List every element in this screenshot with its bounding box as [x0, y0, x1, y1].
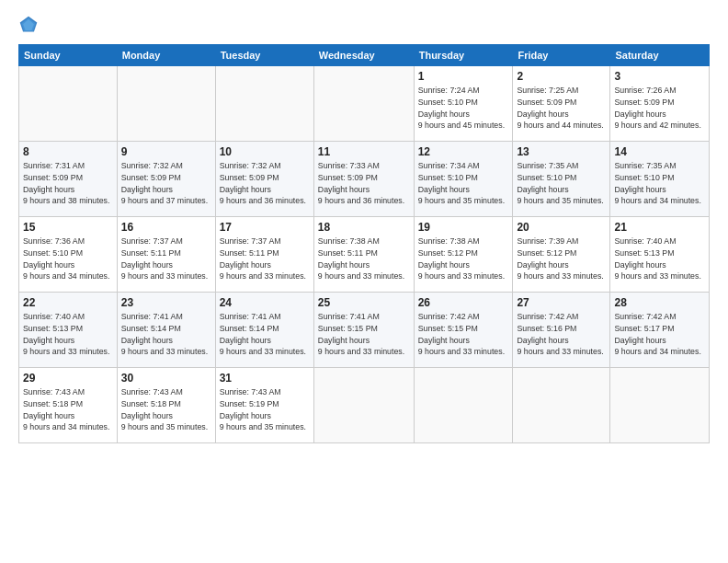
day-info: Sunrise: 7:36 AM Sunset: 5:10 PM Dayligh… — [23, 236, 113, 282]
day-number: 2 — [517, 70, 606, 83]
day-info: Sunrise: 7:31 AM Sunset: 5:09 PM Dayligh… — [23, 160, 113, 207]
day-number: 29 — [23, 372, 113, 385]
calendar-cell: 10 Sunrise: 7:32 AM Sunset: 5:09 PM Dayl… — [215, 142, 313, 217]
day-number: 26 — [418, 296, 509, 309]
day-info: Sunrise: 7:40 AM Sunset: 5:13 PM Dayligh… — [614, 236, 705, 282]
calendar-cell: 2 Sunrise: 7:25 AM Sunset: 5:09 PM Dayli… — [513, 66, 610, 142]
day-info: Sunrise: 7:34 AM Sunset: 5:10 PM Dayligh… — [418, 160, 509, 207]
calendar-cell — [117, 66, 215, 142]
calendar-cell — [215, 66, 313, 142]
week-row-3: 15 Sunrise: 7:36 AM Sunset: 5:10 PM Dayl… — [19, 217, 710, 293]
calendar-cell: 31 Sunrise: 7:43 AM Sunset: 5:19 PM Dayl… — [215, 368, 313, 443]
day-number: 12 — [418, 145, 509, 158]
calendar-cell: 19 Sunrise: 7:38 AM Sunset: 5:12 PM Dayl… — [414, 217, 513, 293]
calendar-cell: 26 Sunrise: 7:42 AM Sunset: 5:15 PM Dayl… — [414, 293, 513, 368]
day-info: Sunrise: 7:32 AM Sunset: 5:09 PM Dayligh… — [121, 160, 211, 207]
week-row-4: 22 Sunrise: 7:40 AM Sunset: 5:13 PM Dayl… — [19, 293, 710, 368]
calendar-cell — [610, 368, 710, 443]
col-header-thursday: Thursday — [414, 45, 513, 66]
week-row-2: 8 Sunrise: 7:31 AM Sunset: 5:09 PM Dayli… — [19, 142, 710, 217]
week-row-1: 1 Sunrise: 7:24 AM Sunset: 5:10 PM Dayli… — [19, 66, 710, 142]
day-number: 24 — [220, 296, 310, 309]
calendar-cell — [414, 368, 513, 443]
day-info: Sunrise: 7:38 AM Sunset: 5:12 PM Dayligh… — [418, 236, 509, 282]
day-number: 8 — [23, 145, 113, 158]
day-number: 16 — [121, 221, 211, 234]
day-number: 22 — [23, 296, 113, 309]
day-number: 21 — [614, 221, 705, 234]
day-number: 14 — [614, 145, 705, 158]
col-header-monday: Monday — [117, 45, 215, 66]
day-info: Sunrise: 7:42 AM Sunset: 5:15 PM Dayligh… — [418, 311, 509, 358]
calendar-cell: 16 Sunrise: 7:37 AM Sunset: 5:11 PM Dayl… — [117, 217, 215, 293]
calendar-cell — [19, 66, 118, 142]
calendar-cell: 25 Sunrise: 7:41 AM Sunset: 5:15 PM Dayl… — [313, 293, 414, 368]
header — [18, 15, 710, 35]
day-number: 28 — [614, 296, 705, 309]
calendar-cell: 3 Sunrise: 7:26 AM Sunset: 5:09 PM Dayli… — [610, 66, 710, 142]
day-number: 23 — [121, 296, 211, 309]
day-info: Sunrise: 7:38 AM Sunset: 5:11 PM Dayligh… — [318, 236, 410, 282]
day-info: Sunrise: 7:25 AM Sunset: 5:09 PM Dayligh… — [517, 85, 606, 132]
calendar-cell: 28 Sunrise: 7:42 AM Sunset: 5:17 PM Dayl… — [610, 293, 710, 368]
col-header-friday: Friday — [513, 45, 610, 66]
day-info: Sunrise: 7:26 AM Sunset: 5:09 PM Dayligh… — [614, 85, 705, 132]
day-number: 31 — [220, 372, 310, 385]
calendar-cell: 14 Sunrise: 7:35 AM Sunset: 5:10 PM Dayl… — [610, 142, 710, 217]
day-number: 13 — [517, 145, 606, 158]
logo — [18, 15, 42, 35]
day-info: Sunrise: 7:41 AM Sunset: 5:15 PM Dayligh… — [318, 311, 410, 358]
day-number: 18 — [318, 221, 410, 234]
calendar-cell: 21 Sunrise: 7:40 AM Sunset: 5:13 PM Dayl… — [610, 217, 710, 293]
day-info: Sunrise: 7:35 AM Sunset: 5:10 PM Dayligh… — [614, 160, 705, 207]
calendar-cell: 11 Sunrise: 7:33 AM Sunset: 5:09 PM Dayl… — [313, 142, 414, 217]
day-info: Sunrise: 7:33 AM Sunset: 5:09 PM Dayligh… — [318, 160, 410, 207]
day-number: 15 — [23, 221, 113, 234]
day-info: Sunrise: 7:37 AM Sunset: 5:11 PM Dayligh… — [220, 236, 310, 282]
calendar-cell: 30 Sunrise: 7:43 AM Sunset: 5:18 PM Dayl… — [117, 368, 215, 443]
week-row-5: 29 Sunrise: 7:43 AM Sunset: 5:18 PM Dayl… — [19, 368, 710, 443]
calendar-cell: 9 Sunrise: 7:32 AM Sunset: 5:09 PM Dayli… — [117, 142, 215, 217]
day-number: 30 — [121, 372, 211, 385]
calendar-cell: 12 Sunrise: 7:34 AM Sunset: 5:10 PM Dayl… — [414, 142, 513, 217]
col-header-sunday: Sunday — [19, 45, 118, 66]
day-info: Sunrise: 7:37 AM Sunset: 5:11 PM Dayligh… — [121, 236, 211, 282]
day-number: 11 — [318, 145, 410, 158]
calendar-cell: 22 Sunrise: 7:40 AM Sunset: 5:13 PM Dayl… — [19, 293, 118, 368]
day-info: Sunrise: 7:43 AM Sunset: 5:18 PM Dayligh… — [23, 386, 113, 433]
calendar-cell: 24 Sunrise: 7:41 AM Sunset: 5:14 PM Dayl… — [215, 293, 313, 368]
day-number: 20 — [517, 221, 606, 234]
calendar-cell — [313, 368, 414, 443]
col-header-tuesday: Tuesday — [215, 45, 313, 66]
day-info: Sunrise: 7:32 AM Sunset: 5:09 PM Dayligh… — [220, 160, 310, 207]
calendar-cell: 27 Sunrise: 7:42 AM Sunset: 5:16 PM Dayl… — [513, 293, 610, 368]
day-info: Sunrise: 7:41 AM Sunset: 5:14 PM Dayligh… — [220, 311, 310, 358]
calendar-cell: 15 Sunrise: 7:36 AM Sunset: 5:10 PM Dayl… — [19, 217, 118, 293]
day-info: Sunrise: 7:39 AM Sunset: 5:12 PM Dayligh… — [517, 236, 606, 282]
calendar-cell: 13 Sunrise: 7:35 AM Sunset: 5:10 PM Dayl… — [513, 142, 610, 217]
day-info: Sunrise: 7:43 AM Sunset: 5:18 PM Dayligh… — [121, 386, 211, 433]
calendar-cell: 29 Sunrise: 7:43 AM Sunset: 5:18 PM Dayl… — [19, 368, 118, 443]
day-info: Sunrise: 7:35 AM Sunset: 5:10 PM Dayligh… — [517, 160, 606, 207]
day-number: 10 — [220, 145, 310, 158]
col-header-saturday: Saturday — [610, 45, 710, 66]
day-number: 9 — [121, 145, 211, 158]
day-info: Sunrise: 7:40 AM Sunset: 5:13 PM Dayligh… — [23, 311, 113, 358]
day-number: 27 — [517, 296, 606, 309]
day-number: 17 — [220, 221, 310, 234]
calendar-cell: 23 Sunrise: 7:41 AM Sunset: 5:14 PM Dayl… — [117, 293, 215, 368]
day-number: 3 — [614, 70, 705, 83]
page: SundayMondayTuesdayWednesdayThursdayFrid… — [0, 0, 728, 563]
calendar-cell — [513, 368, 610, 443]
day-info: Sunrise: 7:24 AM Sunset: 5:10 PM Dayligh… — [418, 85, 509, 132]
day-number: 19 — [418, 221, 509, 234]
calendar-cell: 1 Sunrise: 7:24 AM Sunset: 5:10 PM Dayli… — [414, 66, 513, 142]
calendar-table: SundayMondayTuesdayWednesdayThursdayFrid… — [18, 44, 710, 443]
calendar-cell: 17 Sunrise: 7:37 AM Sunset: 5:11 PM Dayl… — [215, 217, 313, 293]
calendar-header-row: SundayMondayTuesdayWednesdayThursdayFrid… — [19, 45, 710, 66]
day-number: 25 — [318, 296, 410, 309]
day-info: Sunrise: 7:42 AM Sunset: 5:17 PM Dayligh… — [614, 311, 705, 358]
day-info: Sunrise: 7:43 AM Sunset: 5:19 PM Dayligh… — [220, 386, 310, 433]
col-header-wednesday: Wednesday — [313, 45, 414, 66]
calendar-cell — [313, 66, 414, 142]
